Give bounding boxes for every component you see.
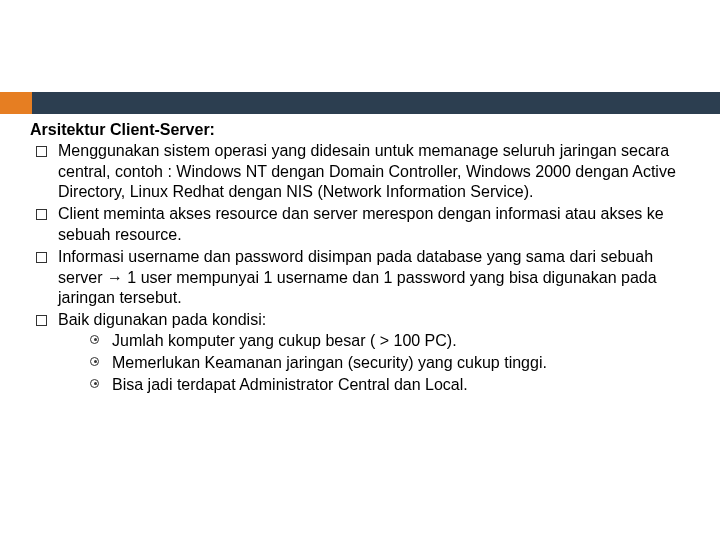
list-item-text: Menggunakan sistem operasi yang didesain…: [58, 142, 676, 201]
sub-bullet-list: Jumlah komputer yang cukup besar ( > 100…: [58, 331, 690, 395]
bullet-list: Menggunakan sistem operasi yang didesain…: [30, 141, 690, 396]
list-item: Client meminta akses resource dan server…: [30, 204, 690, 246]
list-item-text: Bisa jadi terdapat Administrator Central…: [112, 376, 468, 393]
accent-block: [0, 92, 32, 114]
content-area: Arsitektur Client-Server: Menggunakan si…: [30, 120, 690, 396]
list-item-text: Informasi username dan password disimpan…: [58, 248, 657, 307]
heading: Arsitektur Client-Server:: [30, 120, 690, 141]
list-item-text: Memerlukan Keamanan jaringan (security) …: [112, 354, 547, 371]
list-item: Jumlah komputer yang cukup besar ( > 100…: [88, 331, 690, 352]
top-bar: [0, 92, 720, 114]
list-item: Menggunakan sistem operasi yang didesain…: [30, 141, 690, 203]
list-item-text: Jumlah komputer yang cukup besar ( > 100…: [112, 332, 457, 349]
list-item: Baik digunakan pada kondisi: Jumlah komp…: [30, 310, 690, 395]
slide: Arsitektur Client-Server: Menggunakan si…: [0, 0, 720, 540]
list-item: Informasi username dan password disimpan…: [30, 247, 690, 309]
list-item-text: Baik digunakan pada kondisi:: [58, 311, 266, 328]
list-item: Memerlukan Keamanan jaringan (security) …: [88, 353, 690, 374]
list-item: Bisa jadi terdapat Administrator Central…: [88, 375, 690, 396]
list-item-text: Client meminta akses resource dan server…: [58, 205, 664, 243]
